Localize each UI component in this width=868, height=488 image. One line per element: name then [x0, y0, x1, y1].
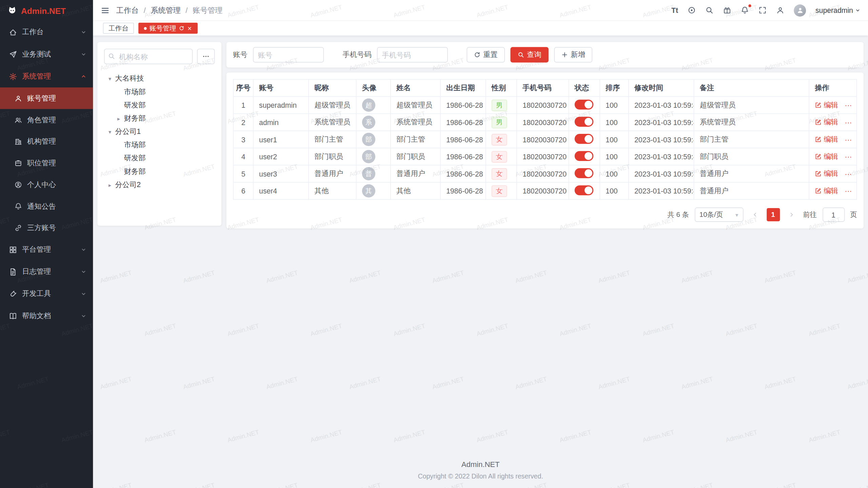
sidebar-subitem-account[interactable]: 账号管理	[0, 87, 93, 109]
status-toggle[interactable]	[575, 99, 594, 109]
tree-caret-icon[interactable]	[115, 115, 122, 121]
table-row[interactable]: 4 user2 部门职员 部 部门职员 1986-06-28 女 1802003…	[233, 148, 856, 165]
account-input[interactable]	[253, 47, 324, 63]
avatar: 其	[362, 184, 375, 198]
tree-node[interactable]: 大名科技	[104, 72, 215, 85]
tree-node[interactable]: 市场部	[104, 138, 215, 151]
search-button[interactable]: 查询	[510, 47, 549, 63]
wrench-icon	[9, 290, 17, 298]
tree-node[interactable]: 财务部	[104, 165, 215, 178]
tree-node[interactable]: 市场部	[104, 85, 215, 98]
edit-button[interactable]: 编辑	[815, 169, 838, 179]
table-row[interactable]: 2 admin 系统管理员 系 系统管理员 1986-06-28 男 18020…	[233, 114, 856, 131]
topbar-actions: Tt superadmin	[671, 4, 860, 16]
sidebar-subitem-third-party[interactable]: 三方账号	[0, 217, 93, 239]
table-row[interactable]: 6 user4 其他 其 其他 1986-06-28 女 18020030720	[233, 182, 856, 200]
sidebar-item-business-test[interactable]: 业务测试	[0, 43, 93, 65]
add-button[interactable]: 新增	[554, 47, 592, 63]
status-toggle[interactable]	[575, 117, 594, 126]
avatar: 系	[362, 116, 375, 129]
close-icon[interactable]	[187, 26, 192, 31]
edit-button[interactable]: 编辑	[815, 117, 838, 127]
tree-caret-icon[interactable]	[106, 129, 113, 135]
hamburger-menu-icon[interactable]	[101, 6, 110, 15]
status-toggle[interactable]	[575, 134, 594, 143]
org-search-input[interactable]	[104, 49, 193, 64]
table-row[interactable]: 5 user3 普通用户 普 普通用户 1986-06-28 女 1802003…	[233, 165, 856, 182]
sidebar-item-workbench[interactable]: 工作台	[0, 21, 93, 43]
status-toggle[interactable]	[575, 151, 594, 161]
edit-icon	[815, 153, 822, 160]
sidebar-item-log-management[interactable]: 日志管理	[0, 261, 93, 283]
cell-name: 系统管理员	[391, 114, 440, 131]
tab-account-management[interactable]: 账号管理	[138, 23, 198, 34]
status-toggle[interactable]	[575, 185, 594, 195]
org-more-button[interactable]	[197, 49, 215, 64]
cell-account: admin	[253, 114, 309, 131]
status-toggle[interactable]	[575, 168, 594, 178]
next-page-button[interactable]	[785, 208, 797, 221]
tree-node[interactable]: 分公司1	[104, 125, 215, 138]
sidebar-item-help-docs[interactable]: 帮助文档	[0, 305, 93, 327]
row-more-button[interactable]: ···	[845, 101, 852, 109]
table-row[interactable]: 3 user1 部门主管 部 部门主管 1986-06-28 女 1802003…	[233, 131, 856, 148]
sidebar-subitem-organization[interactable]: 机构管理	[0, 130, 93, 152]
tab-workbench[interactable]: 工作台	[103, 23, 134, 34]
chevron-up-icon	[81, 74, 86, 79]
cell-order: 100	[600, 97, 629, 114]
reset-button[interactable]: 重置	[467, 47, 505, 63]
skin-icon[interactable]	[723, 6, 731, 14]
tree-caret-icon[interactable]	[106, 76, 113, 82]
edit-button[interactable]: 编辑	[815, 100, 838, 110]
user-menu[interactable]: superadmin	[815, 6, 860, 14]
breadcrumb-item[interactable]: 工作台	[116, 5, 139, 15]
tree-node[interactable]: 研发部	[104, 151, 215, 165]
edit-button[interactable]: 编辑	[815, 135, 838, 144]
sidebar-item-platform-management[interactable]: 平台管理	[0, 239, 93, 261]
sidebar-item-dev-tools[interactable]: 开发工具	[0, 283, 93, 305]
cell-name: 其他	[391, 182, 440, 200]
tree-node[interactable]: 分公司2	[104, 178, 215, 191]
cell-modified-time: 2023-01-03 10:59:44	[629, 165, 694, 182]
prev-page-button[interactable]	[749, 208, 761, 221]
row-more-button[interactable]: ···	[845, 152, 852, 161]
cell-modified-time: 2023-01-03 10:59:44	[629, 131, 694, 148]
tree-caret-icon[interactable]	[106, 182, 113, 188]
sidebar-subitem-profile[interactable]: 个人中心	[0, 174, 93, 196]
edit-button[interactable]: 编辑	[815, 186, 838, 196]
gender-tag: 女	[492, 151, 507, 162]
chevron-down-icon	[81, 247, 86, 252]
phone-input[interactable]	[377, 47, 448, 63]
font-size-icon[interactable]: Tt	[671, 6, 678, 14]
row-more-button[interactable]: ···	[845, 135, 852, 143]
goto-page-input[interactable]	[822, 207, 844, 222]
edit-button[interactable]: 编辑	[815, 151, 838, 161]
tree-node[interactable]: 研发部	[104, 99, 215, 112]
user-icon[interactable]	[776, 6, 784, 14]
tree-node[interactable]: 财务部	[104, 112, 215, 125]
sidebar-subitem-position[interactable]: 职位管理	[0, 152, 93, 174]
avatar[interactable]	[794, 4, 806, 16]
page-size-select[interactable]: 10条/页 ▾	[694, 207, 743, 222]
page-size-value: 10条/页	[699, 210, 723, 220]
row-more-button[interactable]: ···	[845, 169, 852, 178]
tab-label: 账号管理	[150, 23, 176, 33]
sidebar-subitem-role[interactable]: 角色管理	[0, 109, 93, 131]
avatar: 部	[362, 150, 375, 163]
breadcrumb-item[interactable]: 系统管理	[139, 5, 181, 15]
refresh-icon[interactable]	[179, 25, 184, 31]
search-icon[interactable]	[705, 6, 713, 14]
row-more-button[interactable]: ···	[845, 118, 852, 126]
theme-icon[interactable]	[688, 6, 696, 14]
table-row[interactable]: 1 superadmin 超级管理员 超 超级管理员 1986-06-28 男 …	[233, 97, 856, 114]
send-icon	[9, 50, 17, 58]
page-number-button[interactable]: 1	[766, 208, 780, 221]
bell-icon[interactable]	[741, 6, 749, 14]
reset-button-label: 重置	[483, 50, 497, 60]
gender-tag: 女	[492, 168, 507, 180]
sidebar-item-system-management[interactable]: 系统管理	[0, 65, 93, 87]
fullscreen-icon[interactable]	[758, 6, 767, 14]
org-tree: 大名科技 市场部 研发部	[104, 72, 215, 191]
row-more-button[interactable]: ···	[845, 187, 852, 195]
sidebar-subitem-notice[interactable]: 通知公告	[0, 195, 93, 217]
